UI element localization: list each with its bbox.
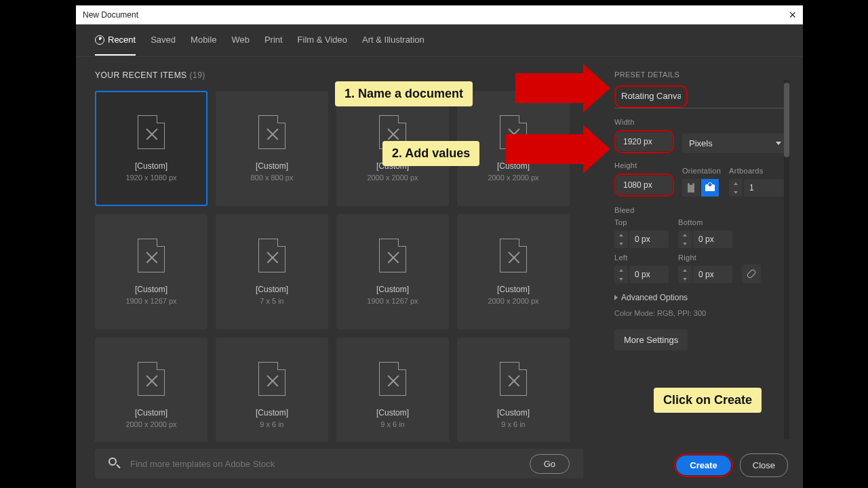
preset-card-dimensions: 9 x 6 in (380, 420, 404, 428)
document-icon (138, 239, 165, 272)
preset-card[interactable]: [Custom]1900 x 1267 px (95, 214, 208, 329)
document-icon (500, 239, 527, 272)
preset-card-dimensions: 2000 x 2000 px (125, 420, 176, 428)
preset-card-dimensions: 9 x 6 in (501, 420, 525, 428)
bleed-top-input[interactable] (629, 230, 669, 248)
preset-card-dimensions: 2000 x 2000 px (488, 297, 538, 305)
preset-card-title: [Custom] (497, 285, 530, 294)
preset-details-panel: PRESET DETAILS Width Pixels Height (602, 57, 803, 488)
create-button[interactable]: Create (676, 455, 730, 475)
preset-card[interactable]: [Custom]800 x 800 px (216, 91, 328, 206)
preset-card-title: [Custom] (256, 408, 288, 418)
bleed-left-input[interactable] (629, 266, 669, 283)
search-input[interactable] (130, 459, 520, 469)
preset-card-dimensions: 9 x 6 in (260, 420, 283, 428)
chevron-right-icon (614, 295, 618, 300)
tab-web[interactable]: Web (231, 25, 250, 56)
close-icon[interactable]: × (789, 8, 796, 22)
preset-card-title: [Custom] (256, 285, 288, 294)
bleed-label: Bleed (614, 206, 788, 214)
preset-card[interactable]: [Custom]2000 x 2000 px (457, 214, 570, 329)
units-dropdown[interactable]: Pixels (682, 134, 788, 153)
preset-card-dimensions: 800 x 800 px (251, 174, 294, 182)
height-label: Height (614, 161, 674, 169)
tab-recent[interactable]: Recent (95, 25, 136, 56)
document-icon (500, 362, 527, 396)
adobe-stock-search: Go (95, 449, 583, 479)
more-settings-button[interactable]: More Settings (614, 329, 688, 350)
preset-card[interactable]: [Custom]2000 x 2000 px (95, 338, 208, 442)
preset-card[interactable]: [Custom]7 x 5 in (216, 214, 328, 329)
preset-card-dimensions: 1900 x 1267 px (125, 297, 176, 305)
width-input[interactable] (616, 132, 672, 151)
tab-print[interactable]: Print (264, 25, 283, 56)
document-icon (138, 362, 165, 396)
preset-card-title: [Custom] (135, 285, 167, 294)
bleed-right-stepper[interactable] (678, 266, 692, 283)
width-label: Width (614, 118, 674, 126)
tab-mobile[interactable]: Mobile (191, 25, 216, 56)
annotation-arrow-1 (515, 73, 583, 103)
bleed-bottom-stepper[interactable] (678, 230, 692, 248)
new-document-dialog: New Document × Recent Saved Mobile Web P… (76, 5, 803, 488)
preset-card-title: [Custom] (376, 285, 409, 294)
orientation-label: Orientation (682, 167, 721, 175)
annotation-2: 2. Add values (382, 141, 479, 166)
bleed-bottom-input[interactable] (693, 230, 732, 248)
orientation-portrait-button[interactable] (682, 179, 700, 197)
preset-details-heading: PRESET DETAILS (614, 70, 788, 79)
height-input[interactable] (616, 176, 672, 195)
document-icon (138, 115, 165, 149)
preset-card-dimensions: 2000 x 2000 px (488, 174, 538, 182)
preset-card[interactable]: [Custom]1900 x 1267 px (336, 214, 449, 329)
tab-saved[interactable]: Saved (151, 25, 176, 56)
tab-art-illustration[interactable]: Art & Illustration (362, 25, 425, 56)
search-icon (108, 458, 121, 470)
document-icon (258, 362, 285, 396)
preset-card[interactable]: [Custom]9 x 6 in (457, 338, 570, 442)
artboards-stepper[interactable] (729, 179, 743, 197)
document-icon (258, 239, 285, 272)
advanced-options-toggle[interactable]: Advanced Options (614, 293, 788, 302)
clock-icon (95, 35, 104, 45)
preset-card[interactable]: [Custom]9 x 6 in (336, 338, 449, 442)
preset-card-title: [Custom] (256, 161, 288, 171)
document-icon (379, 239, 406, 272)
link-bleed-button[interactable] (742, 264, 761, 283)
category-tabs: Recent Saved Mobile Web Print Film & Vid… (76, 24, 803, 57)
bleed-top-stepper[interactable] (614, 230, 628, 248)
preset-card-title: [Custom] (135, 161, 167, 171)
annotation-arrow-2 (506, 134, 583, 164)
go-button[interactable]: Go (530, 454, 570, 474)
preset-card-title: [Custom] (497, 408, 530, 418)
chevron-down-icon (776, 142, 781, 145)
document-name-input[interactable] (620, 88, 682, 105)
document-icon (258, 115, 285, 149)
preset-card-title: [Custom] (376, 408, 409, 418)
preset-card-dimensions: 1920 x 1080 px (125, 174, 176, 182)
preset-scrollbar[interactable] (784, 80, 789, 439)
preset-card[interactable]: [Custom]1920 x 1080 px (95, 91, 208, 206)
preset-card[interactable]: [Custom]9 x 6 in (216, 338, 328, 442)
link-icon (746, 268, 757, 279)
annotation-1: 1. Name a document (335, 81, 473, 106)
preset-card-dimensions: 7 x 5 in (260, 297, 283, 305)
bleed-left-stepper[interactable] (614, 266, 628, 283)
close-button[interactable]: Close (740, 453, 788, 477)
bleed-right-input[interactable] (693, 266, 732, 283)
preset-card-title: [Custom] (135, 408, 167, 418)
dialog-title: New Document (83, 10, 138, 20)
color-mode-info: Color Mode: RGB, PPI: 300 (614, 309, 788, 317)
artboards-input[interactable] (744, 179, 785, 197)
orientation-landscape-button[interactable] (701, 179, 719, 197)
preset-card-dimensions: 2000 x 2000 px (367, 174, 418, 182)
titlebar: New Document × (76, 5, 803, 24)
tab-film-video[interactable]: Film & Video (298, 25, 347, 56)
annotation-3: Click on Create (654, 388, 762, 413)
document-icon (379, 362, 406, 396)
artboards-label: Artboards (729, 167, 785, 175)
preset-card-dimensions: 1900 x 1267 px (367, 297, 418, 305)
